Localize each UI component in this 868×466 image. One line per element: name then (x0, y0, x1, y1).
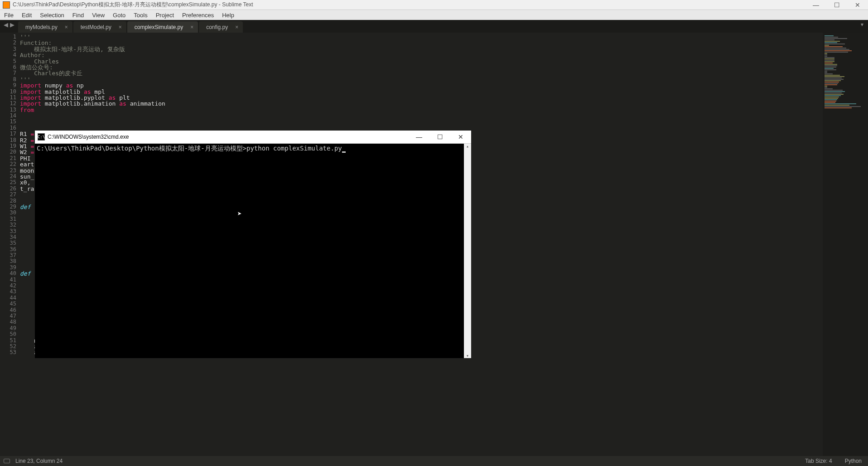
tab-label: testModel.py (81, 24, 111, 30)
tab-nav-arrows[interactable]: ◀ ▶ (0, 21, 18, 28)
menu-selection[interactable]: Selection (36, 12, 68, 19)
status-syntax[interactable]: Python (845, 458, 862, 464)
tab-close-icon[interactable]: × (235, 24, 238, 30)
cmd-prompt: C:\Users\ThinkPad\Desktop\Python模拟太阳-地球-… (37, 145, 246, 152)
tab-label: config.py (206, 24, 228, 30)
menu-find[interactable]: Find (68, 12, 88, 19)
menu-project[interactable]: Project (152, 12, 178, 19)
title-appname: Sublime Text (222, 1, 253, 8)
minimap[interactable] (823, 33, 868, 456)
tab-overflow-icon[interactable]: ▾ (856, 21, 868, 28)
tab-label: myModels.py (25, 24, 58, 30)
menu-file[interactable]: File (0, 12, 18, 19)
cmd-title-bar[interactable]: C:\ C:\WINDOWS\system32\cmd.exe — ☐ ✕ (35, 131, 471, 144)
cmd-maximize-button[interactable]: ☐ (429, 131, 450, 144)
tab-mymodels[interactable]: myModels.py × (18, 21, 72, 33)
tab-label: complexSimulate.py (135, 24, 183, 30)
title-path: C:\Users\ThinkPad\Desktop\Python模拟太阳-地球-… (13, 1, 217, 8)
window-title: C:\Users\ThinkPad\Desktop\Python模拟太阳-地球-… (13, 1, 253, 9)
status-cursor-pos[interactable]: Line 23, Column 24 (15, 458, 63, 464)
menu-tools[interactable]: Tools (130, 12, 151, 19)
cmd-icon: C:\ (38, 133, 45, 141)
panel-icon[interactable] (4, 459, 10, 463)
menu-help[interactable]: Help (218, 12, 238, 19)
menu-goto[interactable]: Goto (109, 12, 130, 19)
status-right: Tab Size: 4 Python (805, 458, 868, 464)
tab-strip: ◀ ▶ myModels.py × testModel.py × complex… (0, 20, 868, 33)
scroll-down-icon[interactable]: ▾ (466, 353, 469, 358)
maximize-button[interactable]: ☐ (826, 0, 847, 10)
cmd-window[interactable]: C:\ C:\WINDOWS\system32\cmd.exe — ☐ ✕ C:… (35, 131, 471, 358)
scroll-up-icon[interactable]: ▴ (466, 144, 469, 149)
minimize-button[interactable]: — (805, 0, 826, 10)
menu-view[interactable]: View (88, 12, 109, 19)
cmd-close-button[interactable]: ✕ (450, 131, 471, 144)
app-icon (3, 1, 10, 9)
tab-close-icon[interactable]: × (190, 24, 193, 30)
cmd-command: python complexSimulate.py (246, 145, 342, 152)
mouse-cursor-icon: ➤ (237, 209, 242, 218)
chevron-left-icon: ◀ (4, 21, 8, 28)
close-button[interactable]: ✕ (847, 0, 868, 10)
status-tabsize[interactable]: Tab Size: 4 (805, 458, 832, 464)
line-number-gutter: 1234567891011121314151617181920212223242… (0, 33, 20, 456)
editor-area: ◀ ▶ myModels.py × testModel.py × complex… (0, 20, 868, 456)
cmd-scrollbar[interactable]: ▴ ▾ (464, 144, 471, 358)
tab-close-icon[interactable]: × (119, 24, 122, 30)
window-controls: — ☐ ✕ (805, 0, 868, 10)
cmd-body[interactable]: C:\Users\ThinkPad\Desktop\Python模拟太阳-地球-… (35, 144, 471, 358)
menu-edit[interactable]: Edit (18, 12, 36, 19)
menu-preferences[interactable]: Preferences (178, 12, 218, 19)
window-title-bar: C:\Users\ThinkPad\Desktop\Python模拟太阳-地球-… (0, 0, 868, 10)
tab-close-icon[interactable]: × (65, 24, 68, 30)
cmd-minimize-button[interactable]: — (409, 131, 429, 144)
chevron-right-icon: ▶ (10, 21, 14, 28)
tab-config[interactable]: config.py × (199, 21, 243, 33)
menu-bar: File Edit Selection Find View Goto Tools… (0, 10, 868, 20)
status-left: Line 23, Column 24 (0, 458, 63, 464)
cmd-window-controls: — ☐ ✕ (409, 131, 471, 144)
cmd-cursor (342, 151, 346, 153)
cmd-title-text: C:\WINDOWS\system32\cmd.exe (48, 134, 129, 140)
status-bar: Line 23, Column 24 Tab Size: 4 Python (0, 456, 868, 466)
tab-complexsimulate[interactable]: complexSimulate.py × (127, 21, 198, 33)
tab-testmodel[interactable]: testModel.py × (73, 21, 126, 33)
